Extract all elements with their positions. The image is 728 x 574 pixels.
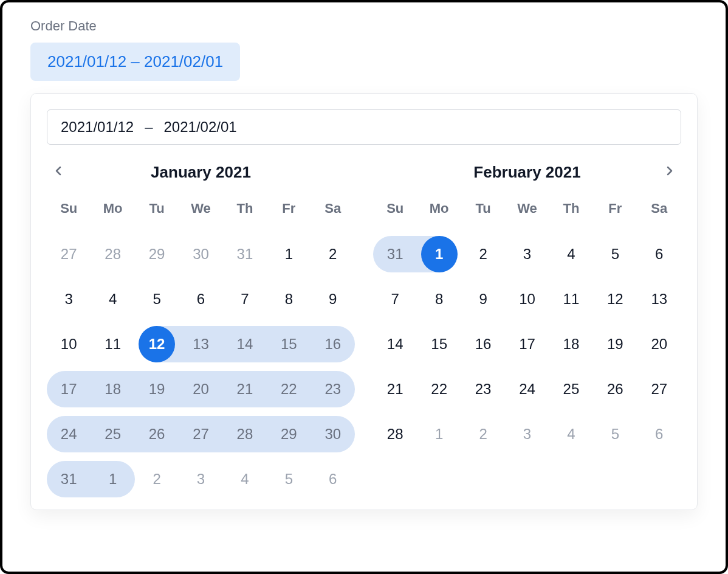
day-number: 31	[61, 471, 77, 488]
calendar-day[interactable]: 4	[223, 461, 267, 497]
calendar-day[interactable]: 13	[637, 281, 681, 317]
day-number: 1	[435, 426, 443, 443]
calendar-day[interactable]: 28	[223, 416, 267, 452]
day-number: 20	[193, 381, 209, 398]
calendar-day[interactable]: 5	[593, 236, 637, 272]
calendar-day[interactable]: 18	[91, 371, 134, 407]
calendar-day[interactable]: 11	[549, 281, 593, 317]
calendar-day[interactable]: 20	[637, 326, 681, 362]
calendar-day[interactable]: 9	[461, 281, 505, 317]
day-number: 29	[149, 246, 165, 263]
calendar-day[interactable]: 29	[267, 416, 311, 452]
calendar-day[interactable]: 5	[135, 281, 179, 317]
calendar-day[interactable]: 17	[505, 326, 549, 362]
calendar-day[interactable]: 15	[417, 326, 461, 362]
calendar-day[interactable]: 16	[311, 326, 355, 362]
calendar-day[interactable]: 2	[311, 236, 355, 272]
day-number: 3	[65, 291, 73, 308]
day-number: 5	[611, 246, 619, 263]
next-month-button[interactable]	[659, 162, 679, 182]
calendar-grid: SuMoTuWeThFrSa31123456789101112131415161…	[373, 201, 681, 452]
calendar-day[interactable]: 27	[179, 416, 222, 452]
calendar-day[interactable]: 7	[223, 281, 267, 317]
calendar-day[interactable]: 15	[267, 326, 311, 362]
calendar-day[interactable]: 11	[91, 326, 134, 362]
range-end-value[interactable]: 2021/02/01	[163, 119, 236, 136]
prev-month-button[interactable]	[49, 162, 69, 182]
calendar-day[interactable]: 22	[417, 371, 461, 407]
calendar-day[interactable]: 1	[91, 461, 134, 497]
calendar-day[interactable]: 1	[267, 236, 311, 272]
calendar-day[interactable]: 13	[179, 326, 222, 362]
calendar-day[interactable]: 12	[593, 281, 637, 317]
day-header: We	[505, 201, 549, 227]
date-range-pill[interactable]: 2021/01/12 – 2021/02/01	[30, 43, 240, 81]
calendar-day[interactable]: 4	[549, 236, 593, 272]
calendar-day[interactable]: 3	[505, 236, 549, 272]
calendar-day[interactable]: 28	[91, 236, 134, 272]
calendar-day[interactable]: 27	[47, 236, 91, 272]
calendar-day[interactable]: 9	[311, 281, 355, 317]
calendar-day[interactable]: 5	[593, 416, 637, 452]
calendar-day[interactable]: 14	[223, 326, 267, 362]
calendar-day[interactable]: 3	[505, 416, 549, 452]
calendar-day[interactable]: 23	[311, 371, 355, 407]
calendar-day[interactable]: 21	[223, 371, 267, 407]
calendar-day[interactable]: 25	[549, 371, 593, 407]
day-header: Sa	[637, 201, 681, 227]
calendar-day[interactable]: 22	[267, 371, 311, 407]
calendar-day[interactable]: 24	[47, 416, 91, 452]
calendar-day[interactable]: 17	[47, 371, 91, 407]
calendar-day[interactable]: 23	[461, 371, 505, 407]
calendar-day[interactable]: 31	[373, 236, 417, 272]
calendar-day[interactable]: 19	[593, 326, 637, 362]
calendar-day[interactable]: 6	[637, 416, 681, 452]
day-number: 17	[519, 336, 535, 353]
day-header: Tu	[135, 201, 179, 227]
calendar-day[interactable]: 31	[223, 236, 267, 272]
calendar-day[interactable]: 21	[373, 371, 417, 407]
calendar-day[interactable]: 19	[135, 371, 179, 407]
calendar-day[interactable]: 2	[135, 461, 179, 497]
calendar-day[interactable]: 30	[179, 236, 222, 272]
calendar-day[interactable]: 26	[593, 371, 637, 407]
calendar-grid: SuMoTuWeThFrSa27282930311234567891011121…	[47, 201, 355, 497]
day-number: 23	[325, 381, 341, 398]
calendar-day[interactable]: 29	[135, 236, 179, 272]
calendar-day[interactable]: 25	[91, 416, 134, 452]
calendar-day[interactable]: 2	[461, 236, 505, 272]
calendar-day[interactable]: 30	[311, 416, 355, 452]
calendar-day[interactable]: 12	[135, 326, 179, 362]
calendar-day[interactable]: 18	[549, 326, 593, 362]
calendar-day[interactable]: 6	[637, 236, 681, 272]
calendar-day[interactable]: 7	[373, 281, 417, 317]
calendar-day[interactable]: 8	[417, 281, 461, 317]
calendar-day[interactable]: 1	[417, 416, 461, 452]
calendar-day[interactable]: 10	[47, 326, 91, 362]
calendar-day[interactable]: 24	[505, 371, 549, 407]
calendar-day[interactable]: 6	[179, 281, 222, 317]
calendar-day[interactable]: 6	[311, 461, 355, 497]
calendar-day[interactable]: 26	[135, 416, 179, 452]
range-start-value[interactable]: 2021/01/12	[61, 119, 134, 136]
date-range-input[interactable]: 2021/01/12 – 2021/02/01	[47, 109, 681, 145]
calendar-day[interactable]: 14	[373, 326, 417, 362]
day-number: 11	[563, 291, 580, 308]
calendar-day[interactable]: 20	[179, 371, 222, 407]
calendar-day[interactable]: 8	[267, 281, 311, 317]
day-header: Su	[373, 201, 417, 227]
calendar-day[interactable]: 3	[47, 281, 91, 317]
calendar-day[interactable]: 3	[179, 461, 222, 497]
calendar-day[interactable]: 10	[505, 281, 549, 317]
calendar-day[interactable]: 5	[267, 461, 311, 497]
calendar-day[interactable]: 4	[91, 281, 134, 317]
calendar-day[interactable]: 1	[417, 236, 461, 272]
day-number: 8	[285, 291, 293, 308]
calendar-day[interactable]: 27	[637, 371, 681, 407]
day-header: Sa	[311, 201, 355, 227]
calendar-day[interactable]: 28	[373, 416, 417, 452]
calendar-day[interactable]: 16	[461, 326, 505, 362]
calendar-day[interactable]: 4	[549, 416, 593, 452]
calendar-day[interactable]: 2	[461, 416, 505, 452]
calendar-day[interactable]: 31	[47, 461, 91, 497]
